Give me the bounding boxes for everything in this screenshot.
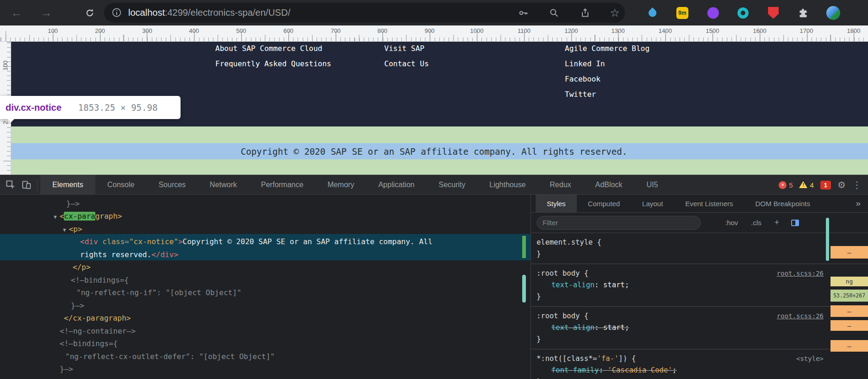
dom-comment-ng-reflect-defer[interactable]: "ng-reflect-cx-outlet-defer": "[object O… <box>65 350 275 363</box>
device-toolbar-button[interactable] <box>19 177 34 193</box>
tab-layout[interactable]: Layout <box>631 195 674 212</box>
tab-memory[interactable]: Memory <box>315 175 366 194</box>
highlight-content: Copyright © 2020 SAP SE or an SAP affili… <box>0 143 868 159</box>
console-errors[interactable]: × 5 <box>779 181 793 189</box>
kebab-menu-icon[interactable]: ⋮ <box>852 179 862 190</box>
rule-not-fa[interactable]: *:not([class*='fa-']) { <style> font-fam… <box>531 349 868 379</box>
zoom-icon[interactable] <box>548 7 560 19</box>
stylesheet-link[interactable]: root.scss:26 <box>777 270 824 277</box>
footer-link-linkedin[interactable]: Linked In <box>565 59 605 68</box>
profile-avatar[interactable] <box>826 6 840 20</box>
url-host: localhost <box>128 7 165 18</box>
extensions-puzzle-icon[interactable] <box>797 6 810 19</box>
inspect-element-button[interactable] <box>3 177 19 193</box>
expand-arrow-icon[interactable]: ▼ <box>63 227 66 233</box>
tab-computed[interactable]: Computed <box>577 195 631 212</box>
tab-adblock[interactable]: AdBlock <box>583 175 635 194</box>
elements-scrollbar-thumb[interactable] <box>522 275 526 303</box>
devtools-tab-bar: Elements Console Sources Network Perform… <box>40 175 670 194</box>
dom-close-cx-paragraph[interactable]: </cx-paragraph> <box>64 312 131 324</box>
tab-redux[interactable]: Redux <box>538 175 583 194</box>
footer-link-twitter[interactable]: Twitter <box>565 90 596 99</box>
dom-comment-line[interactable]: }—> <box>66 197 80 210</box>
footer-link-faq[interactable]: Frequently Asked Questions <box>215 59 331 68</box>
styles-filter-input[interactable] <box>537 216 701 230</box>
expand-arrow-icon[interactable]: ▼ <box>54 214 57 220</box>
tab-ui5[interactable]: UI5 <box>635 175 670 194</box>
tab-sources[interactable]: Sources <box>146 175 198 194</box>
ruler-label: 200 <box>95 27 105 34</box>
dom-comment-ng-container[interactable]: <!—ng-container—> <box>60 325 136 337</box>
sidebar-panel-icon[interactable] <box>791 220 799 226</box>
ruler-label: 100 <box>48 27 58 34</box>
devtools-status-cluster: × 5 ! 4 1 ⚙ ⋮ <box>779 175 862 195</box>
tab-security[interactable]: Security <box>426 175 477 194</box>
extension-purple-icon[interactable] <box>707 7 719 19</box>
footer-link-facebook[interactable]: Facebook <box>565 75 600 83</box>
warning-icon: ! <box>799 181 807 189</box>
address-bar[interactable]: localhost:4299/electronics-spa/en/USD/ <box>104 3 625 23</box>
url-text[interactable]: localhost:4299/electronics-spa/en/USD/ <box>128 7 290 18</box>
rule-root-body-2[interactable]: :root body { root.scss:26 text-align: st… <box>531 307 868 349</box>
styles-scrollbar-thumb[interactable] <box>826 218 829 261</box>
tab-application[interactable]: Application <box>366 175 426 194</box>
box-model-margin-value: – <box>831 340 868 352</box>
extension-timer-badge[interactable]: 9m <box>676 7 688 19</box>
toggle-hover-state[interactable]: :hov <box>725 219 738 227</box>
ruler-label: 1500 <box>706 27 719 34</box>
style-tag-link[interactable]: <style> <box>796 355 824 362</box>
footer-link-contact-us[interactable]: Contact Us <box>384 59 429 68</box>
dom-node-div-cx-notice-wrap[interactable]: rights reserved.</div> <box>80 248 178 261</box>
sidebar-tab-bar: Styles Computed Layout Event Listeners D… <box>531 195 868 213</box>
extension-issue-badge[interactable]: 1 <box>820 181 831 190</box>
styles-sidebar: Styles Computed Layout Event Listeners D… <box>531 195 868 379</box>
dom-comment-close2[interactable]: }—> <box>60 363 73 375</box>
dom-node-p[interactable]: ▼<p> <box>63 223 82 235</box>
rule-root-body-1[interactable]: :root body { root.scss:26 text-align: st… <box>531 264 868 307</box>
dom-node-cx-paragraph[interactable]: ▼<cx-paragraph> <box>54 210 122 222</box>
footer-link-visit-sap[interactable]: Visit SAP <box>384 44 425 53</box>
dom-comment-bindings2[interactable]: <!—bindings={ <box>60 337 118 350</box>
bookmark-star-icon[interactable]: ☆ <box>609 7 621 19</box>
back-button[interactable]: ← <box>6 0 27 25</box>
browser-toolbar: ← → localhost:4299/electronics-spa/en/US… <box>0 0 868 25</box>
devtools-panel: Elements Console Sources Network Perform… <box>0 175 868 379</box>
more-tabs-icon[interactable]: » <box>856 198 861 208</box>
dom-close-p[interactable]: </p> <box>73 261 91 273</box>
password-key-icon[interactable] <box>518 7 530 19</box>
tab-network[interactable]: Network <box>198 175 249 194</box>
extension-drop-icon[interactable] <box>647 7 658 18</box>
url-path: :4299/electronics-spa/en/USD/ <box>165 7 290 18</box>
css-rules-list: element.style { } :root body { root.scss… <box>531 233 868 379</box>
settings-gear-icon[interactable]: ⚙ <box>837 179 846 190</box>
reload-button[interactable] <box>80 0 100 25</box>
extension-teal-icon[interactable] <box>737 7 749 19</box>
share-icon[interactable] <box>579 7 591 19</box>
tab-lighthouse[interactable]: Lighthouse <box>477 175 537 194</box>
dom-node-div-cx-notice[interactable]: <div class="cx-notice">Copyright © 2020 … <box>80 235 432 248</box>
site-info-icon[interactable] <box>112 7 122 18</box>
dom-comment-bindings[interactable]: <!—bindings={ <box>71 274 129 286</box>
tab-performance[interactable]: Performance <box>249 175 316 194</box>
dom-comment-close[interactable]: }—> <box>71 299 84 312</box>
adblock-shield-icon[interactable] <box>768 7 779 19</box>
console-warnings[interactable]: ! 4 <box>799 181 813 189</box>
stylesheet-link[interactable]: root.scss:26 <box>777 312 824 320</box>
new-style-rule-button[interactable]: + <box>774 218 780 227</box>
tab-styles[interactable]: Styles <box>536 195 577 212</box>
inspect-icon <box>6 180 16 190</box>
inspect-tooltip: div.cx-notice 1853.25 × 95.98 <box>0 96 181 119</box>
tab-event-listeners[interactable]: Event Listeners <box>674 195 744 212</box>
footer-link-about[interactable]: About SAP Commerce Cloud <box>215 44 322 53</box>
tab-console[interactable]: Console <box>95 175 147 194</box>
tab-dom-breakpoints[interactable]: DOM Breakpoints <box>744 195 821 212</box>
dom-comment-ng-reflect[interactable]: "ng-reflect-ng-if": "[object Object]" <box>76 286 241 299</box>
warning-count: 4 <box>810 181 813 189</box>
devtools-toolbar: Elements Console Sources Network Perform… <box>0 175 868 195</box>
footer-link-blog[interactable]: Agile Commerce Blog <box>565 44 649 53</box>
forward-button[interactable]: → <box>36 0 56 25</box>
rule-element-style[interactable]: element.style { } <box>531 233 868 264</box>
toggle-classes[interactable]: .cls <box>751 219 762 227</box>
tab-elements[interactable]: Elements <box>40 175 95 194</box>
dom-comment-ng-container2[interactable]: <!—ng-container—> <box>60 376 136 379</box>
